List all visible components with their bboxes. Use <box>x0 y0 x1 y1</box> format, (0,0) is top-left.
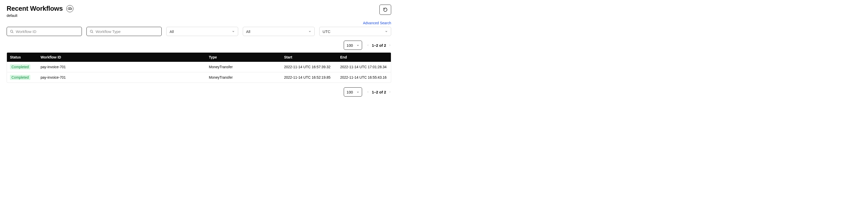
namespace-subtitle: default <box>7 14 73 18</box>
cell-start: 2022-11-14 UTC 16:52:19.85 <box>284 75 340 79</box>
cell-type: MoneyTransfer <box>209 65 284 69</box>
refresh-icon <box>383 7 388 12</box>
page-size-value: 100 <box>346 90 353 94</box>
timezone-value: UTC <box>322 29 331 34</box>
cloud-upload-button[interactable] <box>66 5 73 12</box>
prev-page-button[interactable] <box>367 90 369 94</box>
svg-point-2 <box>90 30 93 32</box>
cell-type: MoneyTransfer <box>209 75 284 79</box>
table-header-row: Status Workflow ID Type Start End <box>7 53 391 62</box>
cell-end: 2022-11-14 UTC 16:55:43.16 <box>340 75 388 79</box>
chevron-down-icon <box>232 30 235 33</box>
workflow-id-input[interactable] <box>16 29 79 34</box>
pagination-range: 1–2 of 2 <box>372 90 386 94</box>
next-page-button[interactable] <box>389 90 391 94</box>
status-badge: Completed <box>10 64 30 70</box>
cell-end: 2022-11-14 UTC 17:01:28.34 <box>340 65 388 69</box>
header-workflow-id: Workflow ID <box>40 55 209 59</box>
scope-filter-select[interactable]: All <box>243 27 315 36</box>
svg-point-0 <box>10 30 13 32</box>
page-size-select-bottom[interactable]: 100 <box>344 87 362 97</box>
scope-filter-value: All <box>246 29 250 34</box>
page-title: Recent Workflows <box>7 5 63 12</box>
cell-workflow-id: pay-invoice-701 <box>40 65 209 69</box>
chevron-down-icon <box>356 44 359 47</box>
refresh-button[interactable] <box>379 5 391 15</box>
chevron-down-icon <box>308 30 311 33</box>
cloud-upload-icon <box>68 7 72 10</box>
workflow-type-input[interactable] <box>96 29 158 34</box>
workflow-id-search[interactable] <box>7 27 82 36</box>
svg-line-1 <box>12 32 13 33</box>
status-filter-value: All <box>169 29 174 34</box>
next-page-button[interactable] <box>389 44 391 47</box>
header-status: Status <box>10 55 40 59</box>
page-size-select-top[interactable]: 100 <box>344 41 362 50</box>
workflows-table: Status Workflow ID Type Start End Comple… <box>7 52 391 83</box>
svg-line-3 <box>92 32 93 33</box>
workflow-type-search[interactable] <box>87 27 162 36</box>
chevron-down-icon <box>385 30 388 33</box>
table-row[interactable]: Completedpay-invoice-701MoneyTransfer202… <box>7 72 391 82</box>
header-end: End <box>340 55 388 59</box>
status-filter-select[interactable]: All <box>166 27 238 36</box>
pagination-range: 1–2 of 2 <box>372 43 386 48</box>
prev-page-button[interactable] <box>367 44 369 47</box>
header-start: Start <box>284 55 340 59</box>
timezone-select[interactable]: UTC <box>319 27 391 36</box>
table-row[interactable]: Completedpay-invoice-701MoneyTransfer202… <box>7 62 391 72</box>
page-size-value: 100 <box>346 43 353 48</box>
status-badge: Completed <box>10 75 30 80</box>
cell-start: 2022-11-14 UTC 16:57:39.32 <box>284 65 340 69</box>
cell-workflow-id: pay-invoice-701 <box>40 75 209 79</box>
search-icon <box>10 30 14 33</box>
chevron-down-icon <box>356 91 359 94</box>
header-type: Type <box>209 55 284 59</box>
search-icon <box>90 30 94 33</box>
advanced-search-link[interactable]: Advanced Search <box>363 21 391 25</box>
